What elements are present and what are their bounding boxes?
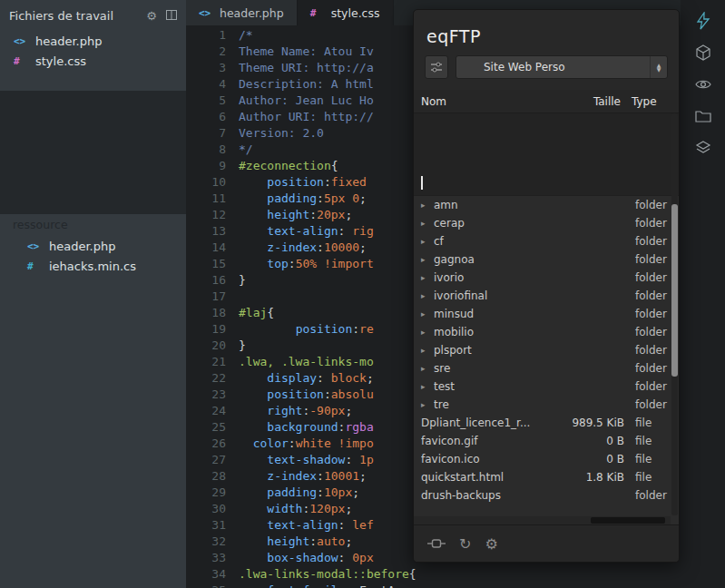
code-text: position:re [239,322,374,336]
file-item-iehacks.min.cs[interactable]: #iehacks.min.cs [0,256,186,276]
gear-icon[interactable]: ⚙ [146,9,157,23]
cs-file-icon: # [27,260,42,272]
vertical-scrollbar-thumb[interactable] [671,204,678,377]
entry-name: favicon.ico [421,453,566,466]
entry-name: tre [434,398,566,411]
disconnect-icon[interactable] [427,537,446,550]
remote-entry-favicon.ico[interactable]: favicon.ico0 Bfile [414,450,679,468]
file-item-header.php[interactable]: <>header.php [0,236,186,256]
code-text: .lwa-links-modal::before{ [239,567,416,581]
file-item-style.css[interactable]: #style.css [0,51,186,71]
folder-icon[interactable] [693,106,713,126]
tree-arrow-icon: ▸ [421,201,434,210]
horizontal-scrollbar-thumb[interactable] [591,517,665,524]
entry-size: 1.8 KiB [566,471,624,484]
sidebar: Fichiers de travail ⚙ <>header.php#style… [0,0,186,588]
remote-entry-amn[interactable]: ▸amnfolder [414,196,679,214]
code-text: height:20px; [239,208,352,221]
entry-name: plsport [434,344,566,357]
remote-entry-quickstart.html[interactable]: quickstart.html1.8 KiBfile [414,468,679,486]
remote-entry-plsport[interactable]: ▸plsportfolder [414,341,679,359]
line-number: 8 [186,142,226,158]
tab-header.php[interactable]: <>header.php [186,0,298,25]
file-name: header.php [49,240,115,253]
tree-arrow-icon: ▸ [421,382,434,391]
remote-entry-gagnoa[interactable]: ▸gagnoafolder [414,250,679,269]
project-root[interactable]: ressource [0,214,186,236]
entry-type: folder [624,344,671,357]
code-text: Theme Name: Atou Iv [239,44,374,58]
sidebar-empty-area [0,91,186,214]
file-name: style.css [35,54,86,68]
split-view-icon[interactable] [166,9,177,23]
remote-entry-cerap[interactable]: ▸cerapfolder [414,214,679,232]
remote-entry-test[interactable]: ▸testfolder [414,377,679,396]
file-list-header: Nom Taille Type [414,90,679,113]
eqftp-controls: Site Web Perso ▲ ▼ [425,55,668,79]
settings-gear-icon[interactable]: ⚙ [485,535,497,553]
eye-icon[interactable] [693,74,713,94]
refresh-icon[interactable]: ↻ [459,535,471,553]
remote-entry-cf[interactable]: ▸cffolder [414,232,679,250]
remote-list-empty-area[interactable] [414,113,679,196]
column-size[interactable]: Taille [563,95,621,108]
remote-entry-mobilio[interactable]: ▸mobiliofolder [414,323,679,341]
code-text: Author URI: http:// [239,110,374,123]
remote-entry-ivoriofinal[interactable]: ▸ivoriofinalfolder [414,287,679,305]
extension-manager-icon[interactable] [693,43,713,63]
entry-name: gagnoa [434,253,566,266]
entry-name: favicon.gif [421,435,566,447]
entry-name: minsud [434,308,566,320]
server-select[interactable]: Site Web Perso ▲ ▼ [456,55,668,79]
remote-entry-sre[interactable]: ▸srefolder [414,359,679,377]
code-text: } [239,338,246,352]
code-text: right:-90px; [239,404,352,417]
horizontal-scrollbar[interactable] [414,516,671,524]
php-file-icon: <> [199,7,213,19]
line-number: 34 [186,566,226,583]
file-item-header.php[interactable]: <>header.php [0,31,186,51]
vertical-scrollbar[interactable] [671,113,678,515]
tree-arrow-icon: ▸ [421,219,434,228]
server-list-button[interactable] [425,55,448,79]
remote-file-list: ▸amnfolder▸cerapfolder▸cffolder▸gagnoafo… [414,113,679,524]
remote-entry-favicon.gif[interactable]: favicon.gif0 Bfile [414,432,679,450]
remote-entry-tre[interactable]: ▸trefolder [414,396,679,414]
entry-type: folder [624,362,671,375]
line-number: 13 [186,223,226,240]
remote-entry-drush-backups[interactable]: drush-backupsfolder [414,486,679,505]
entry-type: folder [624,235,671,248]
line-number: 7 [186,125,226,142]
tree-arrow-icon: ▸ [421,273,434,282]
stepper-down-icon: ▼ [657,67,661,72]
layers-icon[interactable] [693,138,713,158]
tab-style.css[interactable]: #style.css [298,0,394,25]
tree-arrow-icon: ▸ [421,400,434,409]
entry-type: file [624,416,671,429]
column-name[interactable]: Nom [421,95,563,108]
column-type[interactable]: Type [621,95,668,108]
eqftp-title: eqFTP [414,10,679,55]
live-preview-icon[interactable] [693,11,713,31]
entry-type: folder [624,489,671,502]
entry-type: file [624,471,671,484]
line-number: 33 [186,550,226,566]
entry-type: folder [624,253,671,266]
php-file-icon: <> [14,35,28,47]
entry-type: folder [624,308,671,320]
entry-size: 989.5 KiB [566,416,624,429]
tree-arrow-icon: ▸ [421,309,434,318]
code-text: Author: Jean Luc Ho [239,93,374,107]
line-number: 21 [186,354,226,370]
entry-name: amn [434,199,566,211]
entry-name: ivoriofinal [434,289,566,302]
remote-entry-ivorio[interactable]: ▸ivoriofolder [414,269,679,287]
entry-name: Dpliant_licence1_r... [421,416,566,429]
code-text: padding:10px; [239,485,359,499]
remote-entry-minsud[interactable]: ▸minsudfolder [414,305,679,323]
line-number: 24 [186,403,226,419]
remote-entry-Dpliant_licence1_r...[interactable]: Dpliant_licence1_r...989.5 KiBfile [414,414,679,432]
code-text: Description: A html [239,77,374,91]
tree-arrow-icon: ▸ [421,328,434,337]
line-number: 12 [186,207,226,223]
